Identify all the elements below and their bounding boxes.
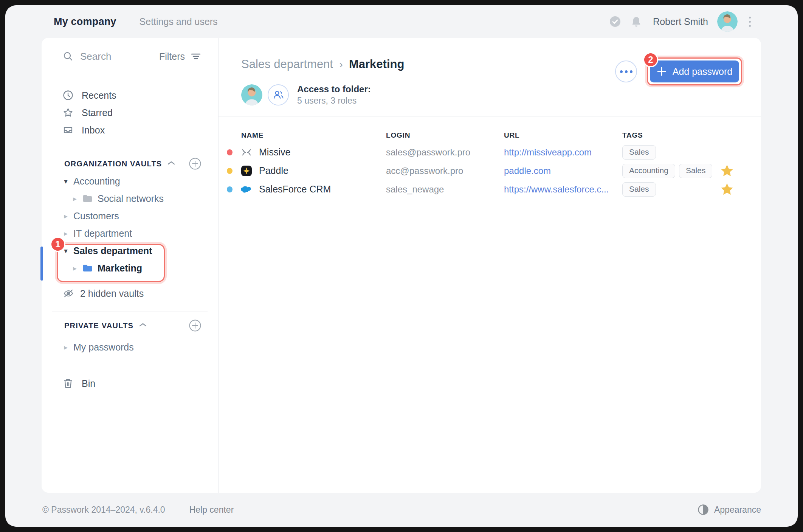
vault-accounting[interactable]: ▾ Accounting [42,172,218,190]
add-password-button[interactable]: Add password [650,60,739,82]
organization-vaults-header[interactable]: ORGANIZATION VAULTS [42,155,218,172]
table-row[interactable]: Paddle acc@passwork.pro paddle.com Accou… [227,161,738,180]
favorite-star-icon[interactable] [716,183,738,196]
chevron-right-icon: › [339,58,343,71]
appearance-toggle[interactable]: Appearance [698,504,761,515]
column-tags: TAGS [622,131,716,140]
private-vaults-title: PRIVATE VAULTS [64,321,133,330]
user-avatar[interactable] [717,11,738,32]
password-login: sales@passwork.pro [386,147,504,158]
add-password-label: Add password [673,66,732,77]
tag-chip[interactable]: Sales [679,164,713,178]
more-actions-button[interactable] [615,60,637,82]
annotation-step2-box: 2 Add password [647,57,742,85]
add-org-vault-button[interactable] [189,157,202,170]
chevron-up-icon [167,160,175,167]
plus-icon [657,67,667,76]
hidden-vaults-label: 2 hidden vaults [80,288,144,299]
missive-icon [241,147,252,158]
caret-right-icon[interactable]: ▸ [63,212,69,220]
password-name: SalesForce CRM [259,184,331,195]
caret-right-icon[interactable]: ▸ [63,230,69,237]
more-menu-icon[interactable] [747,14,753,29]
user-name: Robert Smith [653,16,708,27]
sidebar-item-bin[interactable]: Bin [42,375,218,392]
folder-icon-gray [82,194,93,203]
access-users-button[interactable] [268,84,289,105]
sidebar-item-starred[interactable]: Starred [42,104,218,121]
favorite-star-icon[interactable] [716,164,738,178]
appearance-label: Appearance [714,505,761,515]
table-row[interactable]: Missive sales@passwork.pro http://missiv… [227,143,738,161]
passwords-table: NAME LOGIN URL TAGS Missive sales@passwo… [219,116,761,199]
caret-right-icon[interactable]: ▸ [72,195,78,202]
star-icon [63,107,73,118]
folder-social-networks[interactable]: ▸ Social networks [42,190,218,207]
organization-vaults-title: ORGANIZATION VAULTS [64,160,162,168]
bin-label: Bin [82,378,95,389]
password-url-link[interactable]: http://missiveapp.com [504,147,622,158]
app-window: My company Settings and users Robert Smi… [5,5,798,527]
search-icon [63,51,73,62]
starred-label: Starred [82,107,113,118]
vault-sales-department[interactable]: ▾ Sales department [42,242,218,259]
sidebar-divider [52,365,208,365]
password-login: sales_newage [386,184,504,195]
color-dot [227,149,233,155]
topbar-divider [128,14,128,29]
top-bar: My company Settings and users Robert Smi… [5,5,798,38]
caret-right-icon[interactable]: ▸ [63,344,69,351]
access-title: Access to folder: [297,84,371,95]
folder-marketing-label: Marketing [98,263,142,274]
inbox-label: Inbox [82,125,105,136]
bell-icon[interactable] [630,16,642,28]
caret-down-icon[interactable]: ▾ [63,178,69,185]
vault-my-passwords[interactable]: ▸ My passwords [42,338,218,356]
tag-chip[interactable]: Sales [622,145,656,160]
vault-it-department[interactable]: ▸ IT department [42,225,218,242]
vault-it-department-label: IT department [73,228,132,239]
salesforce-icon [241,184,252,195]
company-title: My company [54,16,116,28]
help-center-link[interactable]: Help center [189,505,234,515]
vault-my-passwords-label: My passwords [73,342,134,353]
active-vault-indicator [40,247,43,281]
search-placeholder: Search [80,51,111,62]
folder-marketing[interactable]: ▸ Marketing [42,259,218,277]
vault-sales-department-label: Sales department [73,245,152,256]
password-name: Missive [259,147,290,158]
password-login: acc@passwork.pro [386,166,504,176]
folder-user-avatar[interactable] [241,84,262,105]
clock-icon [63,90,73,101]
private-vaults-header[interactable]: PRIVATE VAULTS [42,317,218,334]
inbox-icon [63,125,73,135]
search-input[interactable]: Search [63,51,159,62]
access-row: Access to folder: 5 users, 3 roles [241,84,371,106]
password-name: Paddle [259,165,288,176]
caret-down-icon[interactable]: ▾ [63,247,69,254]
access-subtitle: 5 users, 3 roles [297,96,371,106]
annotation-step2-badge: 2 [643,52,658,67]
sidebar-item-recents[interactable]: Recents [42,87,218,104]
sidebar-item-inbox[interactable]: Inbox [42,121,218,139]
breadcrumb: Sales department › Marketing [241,57,404,71]
paddle-icon [241,165,252,177]
add-private-vault-button[interactable] [189,319,202,332]
tag-chip[interactable]: Accounting [622,164,675,178]
table-row[interactable]: SalesForce CRM sales_newage https://www.… [227,180,738,199]
tag-chip[interactable]: Sales [622,182,656,197]
copyright-text: © Passwork 2014–2024, v.6.4.0 [42,505,165,515]
vault-accounting-label: Accounting [73,176,120,187]
hidden-vaults-button[interactable]: 2 hidden vaults [42,285,218,302]
check-circle-icon[interactable] [609,16,621,28]
chevron-up-icon [139,322,147,329]
users-group-icon [272,89,284,101]
content-card: Search Filters Recents Starred [42,38,761,493]
settings-and-users-link[interactable]: Settings and users [140,16,218,27]
caret-right-icon[interactable]: ▸ [72,265,78,272]
password-url-link[interactable]: https://www.salesforce.c... [504,184,622,195]
filters-button[interactable]: Filters [159,51,202,62]
vault-customers[interactable]: ▸ Customers [42,207,218,225]
breadcrumb-parent[interactable]: Sales department [241,57,333,71]
password-url-link[interactable]: paddle.com [504,166,622,176]
